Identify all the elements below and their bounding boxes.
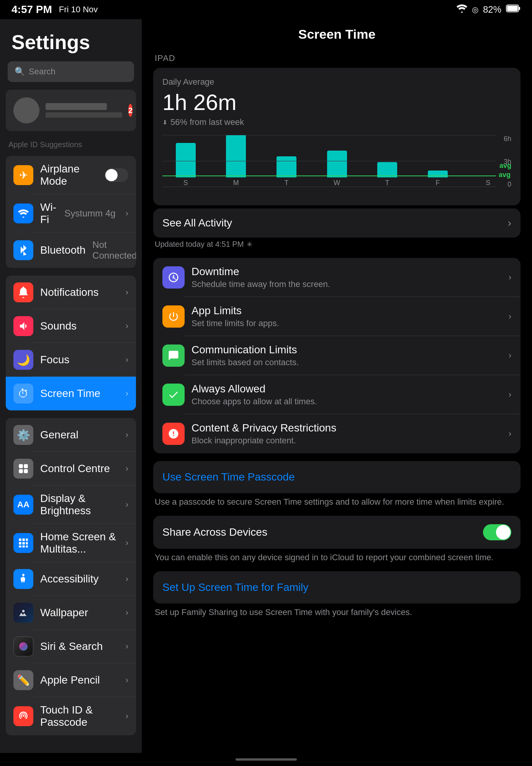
comm-limits-icon — [162, 344, 185, 367]
notifications-icon — [13, 282, 33, 302]
sidebar-item-screen-time[interactable]: ⏱ Screen Time › — [6, 377, 136, 410]
feature-content-privacy[interactable]: Content & Privacy Restrictions Block ina… — [153, 414, 521, 453]
apple-pencil-chevron: › — [126, 675, 128, 685]
svg-rect-14 — [22, 546, 25, 548]
home-indicator[interactable] — [236, 758, 297, 761]
wallpaper-label: Wallpaper — [40, 607, 119, 619]
sidebar-item-touch-id[interactable]: Touch ID & Passcode › — [6, 697, 136, 735]
touch-id-chevron: › — [126, 711, 128, 721]
svg-point-16 — [22, 574, 25, 576]
sidebar-item-wifi[interactable]: Wi-Fi Systumm 4g › — [6, 194, 136, 233]
search-icon: 🔍 — [15, 67, 25, 77]
comparison-text: 56% from last week — [170, 117, 244, 127]
downtime-chevron: › — [509, 272, 511, 282]
airplane-mode-icon: ✈ — [13, 165, 33, 185]
svg-rect-5 — [19, 469, 23, 473]
apple-id-sub — [46, 112, 122, 118]
family-card[interactable]: Set Up Screen Time for Family — [153, 571, 521, 604]
bluetooth-value: Not Connected — [92, 239, 136, 261]
settings-title: Settings — [0, 27, 142, 61]
device-label: IPAD — [153, 53, 521, 63]
bar-t1 — [277, 156, 296, 177]
feature-comm-limits[interactable]: Communication Limits Set limits based on… — [153, 336, 521, 375]
wallpaper-chevron: › — [126, 608, 128, 618]
feature-card: Downtime Schedule time away from the scr… — [153, 258, 521, 453]
svg-rect-6 — [24, 469, 28, 473]
sounds-label: Sounds — [40, 320, 119, 332]
search-input[interactable]: Search — [29, 67, 56, 77]
airplane-mode-label: Airplane Mode — [40, 163, 98, 187]
sidebar-item-wallpaper[interactable]: Wallpaper › — [6, 596, 136, 630]
content-privacy-sub: Block inappropriate content. — [192, 436, 502, 446]
sidebar-item-siri[interactable]: Siri & Search › — [6, 630, 136, 663]
chart-avg-line: avg — [162, 176, 496, 176]
comm-limits-title: Communication Limits — [192, 344, 502, 356]
sidebar-item-notifications[interactable]: Notifications › — [6, 276, 136, 309]
control-centre-label: Control Centre — [40, 463, 119, 475]
sidebar-item-home-screen[interactable]: Home Screen & Multitas... › — [6, 524, 136, 562]
sidebar-item-display[interactable]: AA Display & Brightness › — [6, 486, 136, 524]
feature-downtime[interactable]: Downtime Schedule time away from the scr… — [153, 258, 521, 297]
svg-rect-10 — [19, 542, 21, 545]
feature-app-limits[interactable]: App Limits Set time limits for apps. › — [153, 297, 521, 336]
content-privacy-title: Content & Privacy Restrictions — [192, 422, 502, 434]
svg-rect-1 — [519, 7, 520, 10]
screen-time-label: Screen Time — [40, 387, 119, 400]
bar-m — [226, 135, 246, 177]
see-all-activity[interactable]: See All Activity › — [153, 208, 521, 238]
content-privacy-chevron: › — [509, 429, 511, 439]
bar-group-t2: T — [364, 135, 411, 187]
avatar — [13, 97, 39, 123]
downtime-title: Downtime — [192, 266, 502, 278]
svg-rect-11 — [22, 542, 25, 545]
wifi-icon — [457, 4, 467, 15]
settings-group-connectivity: ✈ Airplane Mode Wi-Fi Systumm 4g › — [6, 156, 136, 268]
app-limits-title: App Limits — [192, 305, 502, 317]
sidebar-item-bluetooth[interactable]: Bluetooth Not Connected › — [6, 233, 136, 268]
apple-id-card[interactable]: 2 › — [6, 90, 136, 131]
comm-limits-chevron: › — [509, 351, 511, 361]
sidebar-item-accessibility[interactable]: Accessibility › — [6, 562, 136, 596]
apple-id-badge: 2 — [128, 104, 133, 117]
svg-point-19 — [172, 276, 175, 279]
always-allowed-chevron: › — [509, 390, 511, 400]
siri-icon — [13, 636, 33, 656]
sidebar-item-apple-pencil[interactable]: ✏️ Apple Pencil › — [6, 663, 136, 697]
focus-icon: 🌙 — [13, 350, 33, 370]
sidebar-item-general[interactable]: ⚙️ General › — [6, 418, 136, 452]
airplane-mode-toggle[interactable] — [105, 168, 128, 182]
search-bar[interactable]: 🔍 Search — [8, 61, 134, 82]
sidebar-item-control-centre[interactable]: Control Centre › — [6, 452, 136, 486]
status-icons: ◎ 82% — [457, 4, 521, 15]
comm-limits-sub: Set limits based on contacts. — [192, 358, 502, 367]
general-chevron: › — [126, 430, 128, 440]
passcode-desc: Use a passcode to secure Screen Time set… — [153, 496, 521, 508]
bar-label-s1: S — [183, 179, 188, 187]
general-label: General — [40, 429, 119, 441]
accessibility-icon — [13, 569, 33, 589]
siri-chevron: › — [126, 641, 128, 651]
loading-spinner: ✳ — [247, 240, 252, 249]
chart-card: Daily Average 1h 26m ⬇ 56% from last wee… — [153, 68, 521, 205]
bar-label-w: W — [334, 179, 340, 187]
share-toggle[interactable] — [483, 524, 511, 540]
bar-group-f: F — [414, 135, 461, 187]
sidebar-item-sounds[interactable]: Sounds › — [6, 309, 136, 343]
main-layout: Settings 🔍 Search 2 › Apple ID Suggestio… — [0, 19, 532, 753]
status-time: 4:57 PM — [11, 3, 52, 16]
settings-group-notifications: Notifications › Sounds › 🌙 Focus › — [6, 276, 136, 410]
share-label: Share Across Devices — [162, 526, 267, 538]
battery-percent: 82% — [483, 4, 501, 15]
display-chevron: › — [126, 500, 128, 510]
family-desc: Set up Family Sharing to use Screen Time… — [153, 607, 521, 618]
home-screen-chevron: › — [126, 538, 128, 548]
svg-rect-3 — [19, 464, 23, 468]
feature-always-allowed[interactable]: Always Allowed Choose apps to allow at a… — [153, 375, 521, 414]
passcode-card[interactable]: Use Screen Time Passcode — [153, 461, 521, 493]
home-screen-label: Home Screen & Multitas... — [40, 531, 119, 555]
sounds-icon — [13, 316, 33, 336]
svg-point-17 — [22, 610, 25, 612]
sidebar-item-focus[interactable]: 🌙 Focus › — [6, 343, 136, 377]
app-limits-chevron: › — [509, 312, 511, 321]
sidebar-item-airplane-mode[interactable]: ✈ Airplane Mode — [6, 156, 136, 194]
